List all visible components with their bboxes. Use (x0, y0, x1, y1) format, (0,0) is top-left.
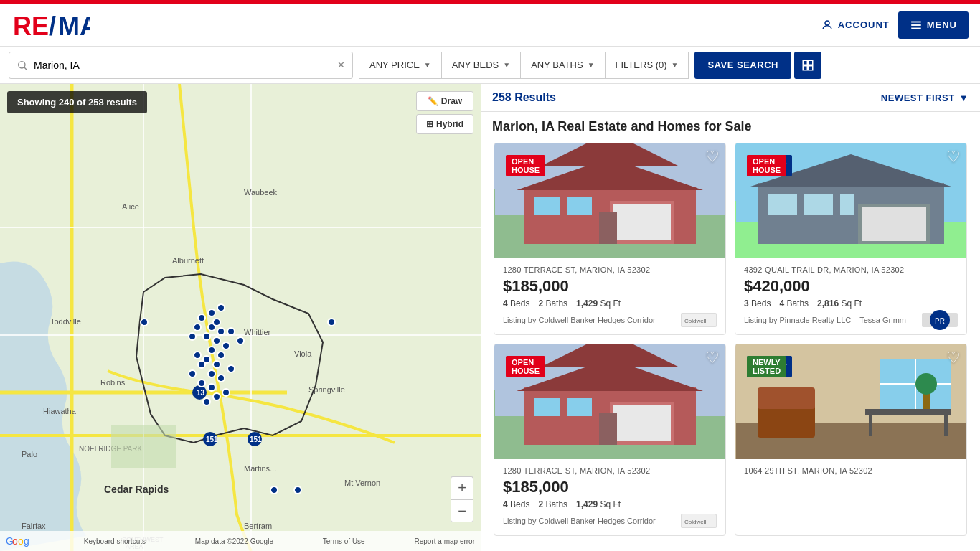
svg-point-8 (19, 61, 25, 67)
filters-button[interactable]: FILTERS (0) ▼ (606, 52, 689, 79)
svg-line-9 (24, 67, 27, 70)
hybrid-button[interactable]: ⊞ Hybrid (416, 114, 473, 134)
menu-icon (910, 19, 923, 32)
results-badge-text: Showing 240 of 258 results (17, 97, 137, 108)
logo[interactable]: RE / MAX (11, 9, 90, 41)
filters-label: FILTERS (0) (616, 60, 667, 70)
baths-filter-button[interactable]: ANY BATHS ▼ (521, 52, 605, 79)
map-footer: G o o g Keyboard shortcuts Map data ©202… (0, 531, 481, 551)
search-bar: ✕ ANY PRICE ▼ ANY BEDS ▼ ANY BATHS ▼ FIL… (0, 47, 980, 84)
zoom-in-button[interactable]: + (451, 476, 473, 499)
clear-search-icon[interactable]: ✕ (337, 60, 345, 70)
remax-logo-svg: RE / MAX (11, 9, 90, 41)
listing-details-2: 3 Beds 4 Baths 2,816 Sq Ft (744, 298, 958, 309)
listing-image-1: OPEN HOUSE ♡ (494, 143, 725, 258)
svg-rect-70 (840, 194, 854, 215)
beds-detail-2: 3 Beds (744, 298, 771, 309)
listing-card-2[interactable]: VIRTUAL TOUR OPEN HOUSE ♡ (735, 143, 967, 335)
listings-panel[interactable]: 258 Results NEWEST FIRST ▼ Marion, IA Re… (481, 84, 980, 551)
menu-button[interactable]: MENU (898, 11, 969, 39)
listings-page-title: Marion, IA Real Estate and Homes for Sal… (481, 112, 980, 138)
svg-rect-90 (865, 409, 951, 415)
grid-view-button[interactable] (794, 52, 821, 79)
account-label: ACCOUNT (838, 19, 890, 30)
zoom-controls: + − (451, 476, 473, 522)
listing-price-1: $185,000 (503, 277, 717, 296)
svg-rect-67 (862, 207, 926, 241)
header-right: ACCOUNT MENU (821, 11, 969, 39)
menu-label: MENU (927, 19, 957, 30)
search-input[interactable] (34, 60, 331, 71)
account-button[interactable]: ACCOUNT (821, 19, 890, 32)
results-count: 258 Results (492, 91, 556, 104)
terms-link[interactable]: Terms of Use (323, 537, 365, 545)
price-filter-button[interactable]: ANY PRICE ▼ (359, 52, 442, 79)
listing-details-3: 4 Beds 2 Baths 1,429 Sq Ft (503, 499, 717, 509)
listing-info-3: 1280 TERRACE ST, Marion, IA 52302 $185,0… (494, 459, 725, 535)
beds-filter-button[interactable]: ANY BEDS ▼ (442, 52, 521, 79)
svg-text:Cedar Rapids: Cedar Rapids (104, 484, 169, 495)
sort-arrow-icon: ▼ (959, 93, 969, 103)
svg-rect-59 (599, 212, 617, 244)
hybrid-label: Hybrid (436, 119, 463, 129)
listing-address-2: 4392 QUAIL TRAIL DR, Marion, IA 52302 (744, 265, 958, 274)
listing-card-3[interactable]: OPEN HOUSE ♡ (494, 344, 726, 536)
svg-text:Toddville: Toddville (50, 317, 81, 326)
beds-detail-1: 4 Beds (503, 298, 529, 309)
search-input-wrap[interactable]: ✕ (9, 52, 353, 79)
agent-logo-2: PR (922, 313, 958, 327)
map-section[interactable]: Alice Waubeek Alburnett Toddville Robins… (0, 84, 481, 551)
svg-text:Palo: Palo (22, 450, 37, 458)
svg-text:Coldwell: Coldwell (684, 519, 706, 525)
svg-text:/: / (49, 11, 56, 41)
svg-text:g: g (24, 535, 29, 547)
header: RE / MAX ACCOUNT MENU (0, 4, 980, 47)
listing-agent-2: Listing by Pinnacle Realty LLC – Tessa G… (744, 313, 958, 327)
svg-text:151: 151 (206, 435, 218, 443)
baths-dropdown-arrow: ▼ (588, 61, 595, 69)
listing-card-1[interactable]: OPEN HOUSE ♡ (494, 143, 726, 335)
listing-card-4[interactable]: VIRTUAL TOUR NEWLY LISTED ♡ (735, 344, 967, 536)
save-search-label: SAVE SEARCH (707, 60, 778, 70)
svg-text:Fairfax: Fairfax (22, 522, 46, 530)
svg-text:Alburnett: Alburnett (172, 256, 204, 265)
open-house-badge-1: OPEN HOUSE (506, 155, 545, 176)
favorite-button-1[interactable]: ♡ (705, 149, 720, 165)
favorite-button-2[interactable]: ♡ (946, 149, 961, 165)
baths-detail-3: 2 Baths (538, 499, 567, 509)
listing-agent-3: Listing by Coldwell Banker Hedges Corrid… (503, 514, 717, 528)
main-content: Alice Waubeek Alburnett Toddville Robins… (0, 84, 980, 551)
svg-rect-10 (803, 60, 807, 65)
svg-text:151: 151 (250, 435, 262, 443)
svg-rect-79 (534, 398, 560, 416)
svg-rect-11 (809, 60, 813, 65)
map-data-text: Map data ©2022 Google (195, 537, 273, 545)
favorite-button-4[interactable]: ♡ (946, 350, 961, 366)
hybrid-icon: ⊞ (426, 119, 433, 129)
report-link[interactable]: Report a map error (415, 537, 475, 545)
svg-text:o: o (12, 535, 18, 547)
open-house-badge-2: OPEN HOUSE (747, 155, 786, 176)
save-search-button[interactable]: SAVE SEARCH (694, 52, 791, 79)
svg-rect-68 (768, 194, 797, 215)
map-controls: ✏️ Draw ⊞ Hybrid (416, 91, 473, 134)
newly-listed-badge-4: NEWLY LISTED (747, 356, 786, 377)
agent-logo-3: Coldwell (681, 514, 717, 528)
agent-name-2: Listing by Pinnacle Realty LLC – Tessa G… (744, 316, 906, 324)
favorite-button-3[interactable]: ♡ (705, 350, 720, 366)
listing-address-3: 1280 TERRACE ST, Marion, IA 52302 (503, 466, 717, 475)
svg-text:Waubeek: Waubeek (244, 188, 278, 197)
draw-button[interactable]: ✏️ Draw (416, 91, 473, 111)
listing-image-2: VIRTUAL TOUR OPEN HOUSE ♡ (735, 143, 966, 258)
svg-rect-80 (567, 398, 592, 416)
keyboard-shortcuts-link[interactable]: Keyboard shortcuts (84, 537, 146, 545)
svg-rect-91 (869, 415, 872, 436)
sqft-detail-2: 2,816 Sq Ft (817, 298, 862, 309)
sort-button[interactable]: NEWEST FIRST ▼ (881, 93, 969, 103)
svg-text:MAX: MAX (58, 11, 90, 41)
svg-rect-57 (534, 197, 560, 215)
zoom-out-button[interactable]: − (451, 499, 473, 522)
filters-dropdown-arrow: ▼ (672, 61, 679, 69)
svg-text:Hiawatha: Hiawatha (43, 407, 77, 415)
beds-filter-label: ANY BEDS (452, 60, 499, 70)
